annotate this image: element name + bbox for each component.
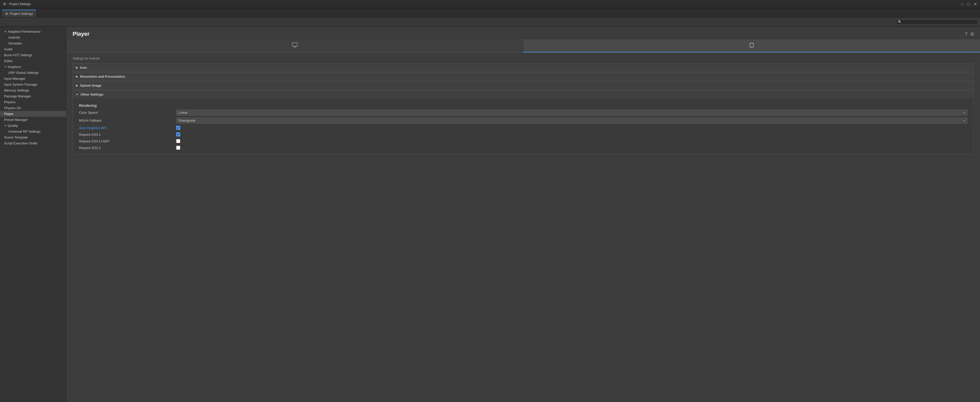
sidebar-item-physics[interactable]: Physics: [0, 99, 66, 105]
platform-icon-standalone: [292, 43, 298, 49]
sidebar-label-input-system-package: Input System Package: [4, 83, 37, 86]
tab-icon: ⚙: [5, 12, 8, 16]
sidebar-label-scene-template: Scene Template: [4, 135, 28, 139]
sidebar-label-input-manager: Input Manager: [4, 77, 25, 81]
field-label-msaa-fallback: MSAA Fallback: [79, 119, 176, 122]
svg-rect-0: [292, 43, 298, 46]
field-row-auto-graphics-api: Auto Graphics API: [73, 124, 974, 131]
search-input[interactable]: [903, 20, 976, 24]
sidebar-item-editor[interactable]: Editor: [0, 58, 66, 64]
subsection-title-rendering: Rendering: [73, 102, 974, 109]
sidebar-item-physics-2d[interactable]: Physics 2D: [0, 105, 66, 111]
checkbox-require-es32[interactable]: [176, 146, 180, 150]
sidebar-item-input-system-package[interactable]: Input System Package: [0, 81, 66, 87]
dropdown-wrapper-color-space: LinearGamma: [176, 110, 967, 116]
sidebar-item-burst-aot-settings[interactable]: Burst AOT Settings: [0, 52, 66, 58]
sidebar-label-physics-2d: Physics 2D: [4, 106, 21, 110]
dropdown-color-space[interactable]: LinearGamma: [176, 110, 967, 116]
sidebar-label-quality: Quality: [8, 124, 18, 127]
help-icon[interactable]: ?: [965, 32, 967, 37]
section-header-other-settings[interactable]: ▼Other Settings: [73, 91, 974, 99]
sidebar-item-player[interactable]: Player: [0, 111, 66, 117]
sidebar-item-graphics[interactable]: ▼Graphics: [0, 64, 66, 70]
dropdown-msaa-fallback[interactable]: DowngradeNone: [176, 118, 967, 124]
checkbox-wrapper-require-es32: [176, 146, 967, 150]
sidebar-label-urp-global-settings: URP Global Settings: [8, 71, 38, 75]
field-row-color-space: Color Space*LinearGamma: [73, 109, 974, 116]
field-value-auto-graphics-api: [176, 126, 967, 130]
sidebar-label-package-manager: Package Manager: [4, 94, 31, 98]
field-row-require-es31-aep: Require ES3.1+AEP: [73, 138, 974, 145]
section-resolution-and-presentation: ▶Resolution and Presentation: [73, 72, 974, 81]
section-other-settings: ▼Other SettingsRenderingColor Space*Line…: [73, 90, 974, 154]
checkbox-require-es31[interactable]: [176, 132, 180, 137]
platform-tab-android[interactable]: [523, 39, 980, 52]
section-arrow-other-settings: ▼: [76, 93, 78, 96]
section-arrow-icon: ▶: [76, 66, 78, 69]
sidebar-item-script-execution-order[interactable]: Script Execution Order: [0, 140, 66, 146]
page-title: Player: [73, 31, 89, 37]
field-value-require-es31: [176, 132, 967, 137]
field-row-require-es31: Require ES3.1: [73, 131, 974, 138]
sidebar-label-player: Player: [4, 112, 14, 116]
checkbox-wrapper-auto-graphics-api: [176, 126, 967, 130]
field-value-require-es32: [176, 146, 967, 150]
sidebar-item-audio[interactable]: Audio: [0, 46, 66, 52]
sidebar-item-memory-settings[interactable]: Memory Settings: [0, 87, 66, 93]
field-row-msaa-fallback: MSAA FallbackDowngradeNone: [73, 116, 974, 124]
sidebar-item-input-manager[interactable]: Input Manager: [0, 76, 66, 81]
section-label-resolution-and-presentation: Resolution and Presentation: [80, 75, 125, 78]
field-label-require-es31: Require ES3.1: [79, 133, 176, 137]
sidebar-item-package-manager[interactable]: Package Manager: [0, 93, 66, 99]
close-button[interactable]: ✕: [974, 2, 977, 6]
sidebar-item-adaptive-performance[interactable]: ▼Adaptive Performance: [0, 29, 66, 35]
platform-tabs: [67, 39, 980, 52]
platform-tab-standalone[interactable]: [67, 39, 523, 52]
maximize-button[interactable]: □: [968, 2, 970, 6]
checkbox-require-es31-aep[interactable]: [176, 139, 180, 143]
layout-icon[interactable]: ⧉: [970, 32, 974, 37]
minimize-button[interactable]: ─: [961, 2, 964, 6]
window-controls: ─ □ ✕: [961, 2, 977, 6]
section-header-splash-image[interactable]: ▶Splash Image: [73, 81, 974, 89]
svg-line-6: [752, 43, 753, 43]
tab-label: Project Settings: [10, 12, 33, 16]
sections-container: ▶Icon▶Resolution and Presentation▶Splash…: [73, 64, 974, 154]
section-header-resolution-and-presentation[interactable]: ▶Resolution and Presentation: [73, 73, 974, 81]
sidebar-item-android[interactable]: Android: [0, 35, 66, 40]
section-icon: ▶Icon: [73, 64, 974, 72]
settings-for-label: Settings for Android: [73, 57, 974, 60]
sidebar-label-script-execution-order: Script Execution Order: [4, 141, 38, 145]
sidebar-label-memory-settings: Memory Settings: [4, 88, 29, 92]
sidebar-label-adaptive-performance: Adaptive Performance: [8, 30, 41, 33]
sidebar: ▼Adaptive PerformanceAndroidSimulatorAud…: [0, 27, 67, 402]
svg-point-7: [751, 47, 752, 48]
section-label-splash-image: Splash Image: [80, 84, 102, 87]
field-label-auto-graphics-api[interactable]: Auto Graphics API: [79, 126, 176, 130]
content-header: Player ? ⧉: [67, 27, 980, 39]
checkbox-wrapper-require-es31-aep: [176, 139, 967, 143]
app-icon: ⚙: [3, 2, 7, 6]
sidebar-item-urp-global-settings[interactable]: URP Global Settings: [0, 70, 66, 76]
sidebar-item-preset-manager[interactable]: Preset Manager: [0, 117, 66, 123]
search-bar: 🔍: [0, 17, 980, 27]
settings-content: Settings for Android ▶Icon▶Resolution an…: [67, 52, 980, 402]
header-icons: ? ⧉: [965, 32, 974, 37]
sidebar-item-universal-rp-settings[interactable]: Universal RP Settings: [0, 129, 66, 134]
checkbox-auto-graphics-api[interactable]: [176, 126, 180, 130]
sidebar-item-simulator[interactable]: Simulator: [0, 40, 66, 46]
sidebar-label-graphics: Graphics: [8, 65, 21, 69]
tab-project-settings[interactable]: ⚙ Project Settings: [2, 10, 36, 17]
sidebar-label-audio: Audio: [4, 47, 13, 51]
sidebar-item-quality[interactable]: ▼Quality: [0, 123, 66, 129]
section-body-other-settings: RenderingColor Space*LinearGammaMSAA Fal…: [73, 99, 974, 154]
field-label-require-es32: Require ES3.2: [79, 146, 176, 150]
title-bar: ⚙ Project Settings ─ □ ✕: [0, 0, 980, 8]
sidebar-arrow-adaptive-performance: ▼: [4, 30, 6, 33]
section-header-icon[interactable]: ▶Icon: [73, 64, 974, 72]
search-wrapper: 🔍: [896, 19, 978, 25]
field-row-require-es32: Require ES3.2: [73, 145, 974, 151]
field-value-msaa-fallback: DowngradeNone: [176, 118, 967, 124]
sidebar-label-physics: Physics: [4, 100, 16, 104]
sidebar-item-scene-template[interactable]: Scene Template: [0, 134, 66, 140]
